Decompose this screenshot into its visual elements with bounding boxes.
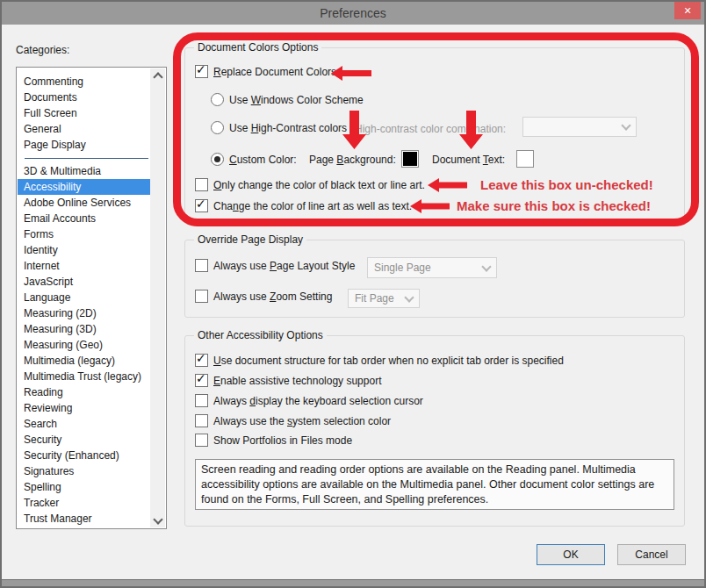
category-email-accounts[interactable]: Email Accounts	[18, 211, 152, 226]
category-adobe-online-services[interactable]: Adobe Online Services	[18, 195, 152, 211]
chevron-down-icon	[404, 292, 414, 302]
category-signatures[interactable]: Signatures	[18, 463, 152, 479]
high-contrast-combobox[interactable]	[522, 117, 637, 137]
override-page-display-title: Override Page Display	[194, 233, 306, 246]
page-layout-style-label: Always use Page Layout Style	[213, 260, 355, 272]
high-contrast-combo-label: High-contrast color combination:	[355, 123, 506, 135]
page-layout-style-checkbox[interactable]	[195, 259, 208, 272]
only-black-text-label: Only change the color of black text or l…	[213, 179, 425, 191]
change-line-art-checkbox[interactable]	[195, 199, 208, 212]
category-internet[interactable]: Internet	[18, 258, 152, 274]
zoom-setting-row: Always use Zoom Setting	[195, 290, 332, 303]
category-documents[interactable]: Documents	[18, 90, 152, 105]
page-background-label: Page Background:	[309, 154, 396, 166]
page-background-color	[403, 152, 417, 166]
category-spelling[interactable]: Spelling	[18, 479, 152, 495]
page-layout-style-combobox[interactable]: Single Page	[367, 257, 497, 278]
zoom-setting-label: Always use Zoom Setting	[213, 290, 332, 303]
tab-order-checkbox[interactable]	[195, 354, 208, 367]
ok-button[interactable]: OK	[537, 544, 605, 565]
use-high-contrast-radio[interactable]	[211, 121, 224, 134]
title-bar: Preferences	[2, 2, 704, 25]
tab-order-label: Use document structure for tab order whe…	[213, 355, 564, 367]
close-button[interactable]: ✕	[674, 2, 701, 19]
category-measuring-3d[interactable]: Measuring (3D)	[18, 321, 152, 337]
keyboard-cursor-label: Always display the keyboard selection cu…	[213, 395, 423, 407]
categories-listbox: Commenting Documents Full Screen General…	[16, 67, 167, 529]
document-text-swatch[interactable]	[516, 150, 534, 168]
replace-document-colors-checkbox[interactable]	[195, 65, 208, 78]
zoom-setting-combobox[interactable]: Fit Page	[348, 289, 420, 308]
category-reviewing[interactable]: Reviewing	[18, 400, 152, 416]
use-high-contrast-row: Use High-Contrast colors	[211, 121, 347, 134]
zoom-setting-checkbox[interactable]	[195, 290, 208, 303]
document-text-label: Document Text:	[432, 154, 505, 166]
system-selection-color-label: Always use the system selection color	[213, 415, 391, 427]
assistive-technology-checkbox[interactable]	[195, 374, 208, 387]
system-selection-color-row: Always use the system selection color	[195, 414, 391, 427]
page-layout-style-row: Always use Page Layout Style	[195, 259, 355, 272]
zoom-setting-value: Fit Page	[355, 292, 406, 305]
override-page-display-groupbox: Override Page Display	[184, 240, 685, 318]
page-layout-style-value: Single Page	[374, 262, 483, 274]
window-frame-bottom	[2, 579, 704, 586]
custom-color-label: Custom Color:	[229, 154, 297, 166]
replace-document-colors-label: Replace Document Colors	[213, 66, 336, 78]
change-line-art-row: Change the color of line art as well as …	[195, 199, 412, 212]
replace-document-colors-row: Replace Document Colors	[195, 65, 336, 78]
category-identity[interactable]: Identity	[18, 242, 152, 258]
category-full-screen[interactable]: Full Screen	[18, 105, 152, 121]
category-commenting[interactable]: Commenting	[18, 74, 152, 90]
only-black-text-checkbox[interactable]	[195, 178, 208, 191]
accessibility-info-box: Screen reading and reading order options…	[195, 459, 674, 510]
category-trust-manager[interactable]: Trust Manager	[18, 511, 152, 527]
category-3d-multimedia[interactable]: 3D & Multimedia	[18, 163, 152, 179]
category-measuring-geo[interactable]: Measuring (Geo)	[18, 337, 152, 353]
category-reading[interactable]: Reading	[18, 384, 152, 400]
portfolios-files-mode-label: Show Portfolios in Files mode	[213, 434, 352, 447]
tab-order-row: Use document structure for tab order whe…	[195, 354, 564, 367]
other-accessibility-title: Other Accessibility Options	[194, 329, 327, 341]
use-windows-color-scheme-radio[interactable]	[211, 93, 224, 106]
categories-label: Categories:	[16, 44, 69, 56]
change-line-art-label: Change the color of line art as well as …	[213, 200, 412, 212]
category-security[interactable]: Security	[18, 432, 152, 448]
category-forms[interactable]: Forms	[18, 226, 152, 242]
list-scrollbar[interactable]	[150, 68, 165, 527]
category-multimedia-legacy[interactable]: Multimedia (legacy)	[18, 353, 152, 369]
page-background-swatch[interactable]	[401, 150, 419, 168]
category-search[interactable]: Search	[18, 416, 152, 432]
document-colors-title: Document Colors Options	[194, 41, 321, 54]
category-page-display[interactable]: Page Display	[18, 137, 152, 153]
chevron-down-icon	[481, 262, 491, 271]
close-icon: ✕	[683, 5, 691, 16]
custom-color-radio[interactable]	[211, 153, 224, 166]
category-tracker[interactable]: Tracker	[18, 495, 152, 511]
category-separator	[18, 153, 152, 163]
keyboard-cursor-row: Always display the keyboard selection cu…	[195, 394, 423, 407]
preferences-dialog: Preferences ✕ Categories: Commenting Doc…	[0, 0, 706, 588]
window-title: Preferences	[320, 6, 385, 20]
keyboard-cursor-checkbox[interactable]	[195, 394, 208, 407]
category-language[interactable]: Language	[18, 290, 152, 305]
portfolios-files-mode-row: Show Portfolios in Files mode	[195, 434, 352, 447]
chevron-down-icon	[621, 120, 630, 130]
category-security-enhanced[interactable]: Security (Enhanced)	[18, 448, 152, 463]
portfolios-files-mode-checkbox[interactable]	[195, 434, 208, 447]
use-windows-color-scheme-row: Use Windows Color Scheme	[211, 93, 364, 106]
assistive-technology-row: Enable assistive technology support	[195, 374, 381, 387]
category-units-partial[interactable]: Units	[18, 527, 152, 529]
custom-color-row: Custom Color:	[211, 153, 297, 166]
scroll-down-icon[interactable]	[150, 513, 165, 527]
category-accessibility-selected[interactable]: Accessibility	[18, 179, 152, 195]
system-selection-color-checkbox[interactable]	[195, 414, 208, 427]
category-general[interactable]: General	[18, 121, 152, 137]
use-windows-color-scheme-label: Use Windows Color Scheme	[229, 94, 364, 106]
categories-list: Commenting Documents Full Screen General…	[18, 68, 152, 529]
cancel-button[interactable]: Cancel	[617, 544, 686, 565]
document-text-color	[518, 152, 532, 166]
category-javascript[interactable]: JavaScript	[18, 274, 152, 290]
category-measuring-2d[interactable]: Measuring (2D)	[18, 305, 152, 321]
category-multimedia-trust-legacy[interactable]: Multimedia Trust (legacy)	[18, 369, 152, 384]
scroll-up-icon[interactable]	[150, 68, 165, 82]
